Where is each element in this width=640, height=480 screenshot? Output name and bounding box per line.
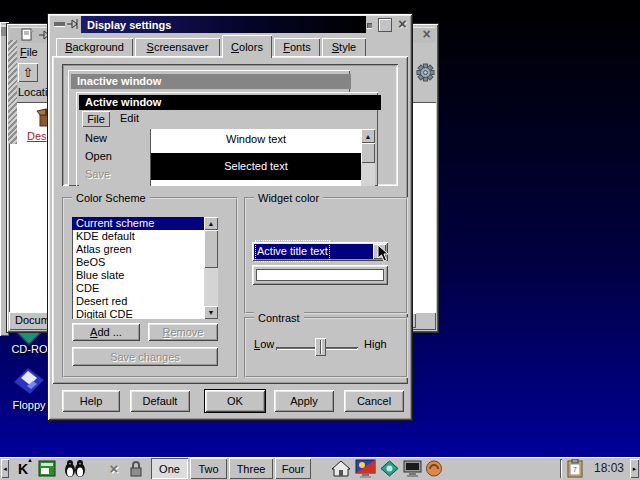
svg-text:7: 7 [573, 466, 577, 473]
save-changes-label: Save changes [110, 351, 180, 363]
fm-file-link[interactable]: Des [27, 130, 47, 142]
desktop-button-four[interactable]: Four [275, 458, 311, 479]
desktop-icon-floppy[interactable]: Floppy [6, 366, 52, 414]
preview-menu-item: Open [85, 150, 112, 162]
ok-button[interactable]: OK [204, 389, 266, 413]
color-scheme-list[interactable]: Current scheme KDE default Atlas green B… [72, 217, 218, 319]
close-icon[interactable]: × [419, 27, 434, 42]
preview-window-text: Window text [151, 129, 361, 145]
preview-active-title: Active window [85, 96, 161, 108]
widget-color-combobox[interactable]: Active title text ▼ [252, 242, 388, 261]
document-icon[interactable] [21, 28, 34, 41]
up-arrow-icon[interactable]: ⇧ [18, 63, 38, 82]
taskbar-clock[interactable]: 18:03 [590, 461, 628, 475]
preview-selected-label: Selected text [224, 160, 288, 172]
fm-menu-file[interactable]: File [20, 46, 38, 58]
preview-menu-item: Save [85, 168, 110, 180]
list-scrollbar[interactable]: ▲ ▼ [204, 217, 218, 319]
klipper-icon[interactable]: 7 [566, 459, 584, 478]
tab-label: Colors [231, 41, 263, 53]
slider-handle-groove [320, 340, 321, 354]
list-item[interactable]: Atlas green [72, 243, 204, 256]
shell-icon[interactable] [425, 460, 443, 477]
scroll-up-icon[interactable]: ▲ [204, 217, 218, 230]
list-item[interactable]: KDE default [72, 230, 204, 243]
remove-label: Remove [163, 326, 204, 338]
remove-button[interactable]: Remove [148, 323, 218, 341]
preview-scrollbar: ▲ [361, 129, 375, 186]
tab-label: Screensaver [147, 41, 209, 53]
tab-background[interactable]: Background [56, 38, 133, 56]
desktop-button-two[interactable]: Two [190, 458, 227, 479]
penguins-icon[interactable] [62, 459, 88, 478]
preview-menu-item: New [85, 132, 107, 144]
terminal-icon[interactable] [403, 460, 422, 477]
preview-inactive-titlebar: Inactive window [71, 74, 351, 89]
cancel-button[interactable]: Cancel [344, 390, 404, 412]
list-item[interactable]: Desert red [72, 295, 204, 308]
scroll-down-icon[interactable]: ▼ [204, 306, 218, 319]
preview-menubar: File Edit [79, 110, 375, 129]
menu-dash-icon[interactable] [54, 22, 65, 26]
home-icon[interactable] [331, 460, 351, 477]
list-item[interactable]: Digital CDE [72, 308, 204, 319]
tray-divider [560, 459, 562, 478]
preview-menu-edit: Edit [120, 112, 139, 124]
color-swatch [256, 269, 384, 281]
lock-icon[interactable] [128, 460, 144, 477]
contrast-slider-handle[interactable] [315, 338, 326, 356]
xterm-icon[interactable]: × [103, 459, 125, 478]
tab-fonts[interactable]: Fonts [274, 38, 320, 56]
list-item[interactable]: CDE [72, 282, 204, 295]
add-button[interactable]: Add ... [72, 323, 140, 341]
maximize-icon[interactable] [378, 18, 392, 32]
tab-colors[interactable]: Colors [222, 35, 272, 58]
display-settings-icon[interactable] [355, 459, 376, 478]
desktop-button-three[interactable]: Three [229, 458, 273, 479]
contrast-high-label: High [364, 338, 387, 350]
preview-menu-file: File [82, 111, 110, 127]
list-item[interactable]: Current scheme [72, 217, 204, 230]
clock-text: 18:03 [594, 461, 624, 475]
preview-active-titlebar: Active window [79, 95, 381, 110]
panel-hide-left-icon[interactable]: ◂ [1, 459, 9, 478]
scroll-up-icon[interactable]: ▲ [361, 129, 375, 143]
desktop-button-label: Three [237, 463, 266, 475]
desktop-icon-label: Floppy [6, 399, 52, 411]
group-legend: Color Scheme [72, 191, 150, 205]
close-icon[interactable]: × [395, 16, 410, 31]
tab-style[interactable]: Style [322, 38, 366, 56]
scrollbar-thumb[interactable] [204, 230, 218, 268]
help-button[interactable]: Help [62, 390, 120, 412]
color-scheme-group: Color Scheme Current scheme KDE default … [62, 197, 238, 378]
dialog-titlebar[interactable]: Display settings [81, 16, 366, 33]
window-list-icon[interactable] [38, 460, 56, 477]
taskbar: ◂ K ▲ × One Two Three Four [0, 457, 640, 480]
scrollbar-thumb[interactable] [361, 143, 375, 163]
contrast-low-label: Low [254, 338, 274, 350]
list-item[interactable]: Blue slate [72, 269, 204, 282]
add-label: Add ... [90, 326, 122, 338]
tab-screensaver[interactable]: Screensaver [135, 38, 220, 56]
floppy-icon [6, 366, 52, 398]
apply-button[interactable]: Apply [274, 390, 334, 412]
default-button[interactable]: Default [130, 390, 190, 412]
k-menu-icon[interactable]: K ▲ [12, 459, 34, 478]
list-item[interactable]: BeOS [72, 256, 204, 269]
tab-label: Background [65, 41, 124, 53]
save-changes-button[interactable]: Save changes [72, 347, 218, 366]
dialog-title: Display settings [87, 19, 171, 31]
color-swatch-button[interactable] [252, 265, 388, 285]
display-settings-dialog: Display settings × Background Screensave… [48, 14, 412, 420]
sticky-dot-icon[interactable] [367, 23, 372, 28]
group-legend: Widget color [254, 191, 323, 205]
gear-icon[interactable] [416, 63, 435, 82]
desktop: CD-ROM Floppy × File ⇧ [0, 0, 640, 480]
panel-hide-right-icon[interactable]: ▸ [630, 459, 639, 478]
package-icon[interactable] [380, 460, 399, 477]
cancel-label: Cancel [357, 395, 391, 407]
preview-active-window: Active window File Edit New Open Save Wi… [76, 92, 378, 186]
desktop-button-one[interactable]: One [151, 458, 188, 479]
preview-window-body: Window text Selected text [151, 129, 361, 186]
pin-icon[interactable] [67, 18, 80, 30]
